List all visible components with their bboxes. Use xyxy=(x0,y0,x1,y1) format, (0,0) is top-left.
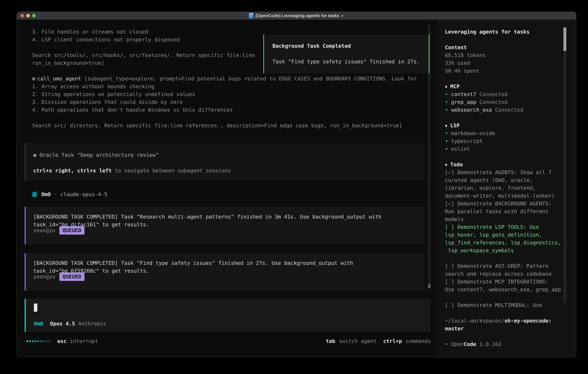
status-bullet-icon: • xyxy=(445,90,451,98)
todo-section-header[interactable]: ▼Todo xyxy=(445,161,567,168)
todo-line: models xyxy=(445,215,567,223)
screenshot-stage: [OpenCode] Leveraging agents for tasks ◐… xyxy=(0,0,588,374)
traffic-lights xyxy=(21,12,36,19)
app-window: [OpenCode] Leveraging agents for tasks ◐… xyxy=(17,11,576,357)
log-block-bottom: 1. Array access without bounds checking2… xyxy=(32,83,431,129)
task-message-line1: [BACKGROUND TASK COMPLETED] Task "Find t… xyxy=(33,259,353,267)
todo-line: Use context7, websearch_exa, grep_app xyxy=(445,286,567,293)
log-line: 4. Path operations that don't handle Win… xyxy=(32,106,431,114)
sidebar-content: Leveraging agents for tasks Context 66,5… xyxy=(445,28,567,348)
document-icon xyxy=(249,13,253,18)
mcp-item: •grep_appConnected xyxy=(445,98,567,106)
log-line: 2. String operations on potentially unde… xyxy=(32,90,431,98)
status-bar: esc interrupt tab switch agent ctrl+p co… xyxy=(17,337,437,345)
oracle-task-title: ◉ Oracle Task "Deep architecture review" xyxy=(33,151,159,159)
task-user: yeongyu xyxy=(33,227,55,234)
session-sidebar: Leveraging agents for tasks Context 66,5… xyxy=(437,20,576,357)
chevron-down-icon: ▼ xyxy=(445,163,447,167)
tool-call-name: call_omo_agent xyxy=(37,76,81,82)
todo-list: [✓] Demonstrate AGENTS: Show all 7curate… xyxy=(445,168,567,309)
agent-avatar-icon xyxy=(32,192,37,197)
chevron-down-icon: ▼ xyxy=(445,84,447,89)
esc-key-label: interrupt xyxy=(70,337,98,345)
todo-line xyxy=(445,293,567,301)
todo-line: [ ] Demonstrate MULTIMODAL: Use xyxy=(445,301,567,309)
status-left: esc interrupt xyxy=(26,337,98,345)
todo-line: lsp_workspace_symbols xyxy=(445,247,567,254)
todo-line: [✓] Demonstrate AGENTS: Show all 7 xyxy=(445,168,567,176)
esc-key-hint: esc xyxy=(57,337,67,345)
todo-line: curated agents (OmO, oracle, xyxy=(445,176,567,184)
window-title-text: [OpenCode] Leveraging agents for tasks xyxy=(255,12,339,19)
close-button[interactable] xyxy=(21,14,24,17)
oracle-task-hint: ctrl+x right, ctrl+x left to navigate be… xyxy=(33,167,231,175)
agent-name: OmO xyxy=(41,190,51,198)
tool-call-line: ⚙call_omo_agent [subagent_type=explore, … xyxy=(32,75,431,83)
ctrlp-key-label: commands xyxy=(406,337,430,345)
lsp-item: •eslint xyxy=(445,145,567,153)
agent-model: claude-opus-4-5 xyxy=(60,190,107,198)
task-meta: yeongyu QUEUED xyxy=(33,226,84,235)
text-cursor xyxy=(34,303,37,312)
version-line: •OpenCode 1.0.163 xyxy=(445,340,567,348)
record-icon: ◉ xyxy=(33,152,36,158)
todo-line: [ ] Demonstrate MCP INTEGRATIONS: xyxy=(445,278,567,286)
tab-key-hint: tab xyxy=(326,337,335,345)
agent-header: OmO · claude-opus-4-5 xyxy=(32,190,107,198)
main-scrollbar-thumb[interactable] xyxy=(428,284,431,288)
active-agent: OmO xyxy=(34,320,43,328)
notification-body: Task "Find type safety issues" finished … xyxy=(273,58,429,65)
content-area: 3. File handles or streams not closed4. … xyxy=(17,20,576,357)
toast-notification[interactable]: Background Task Completed Task "Find typ… xyxy=(263,35,430,73)
keyboard-shortcut: ctrl+x right, ctrl+x left xyxy=(33,168,112,174)
todo-line: [ ] Demonstrate AST-GREP: Pattern xyxy=(445,262,567,270)
todo-line: lsp_find_references, lsp_diagnostics, xyxy=(445,239,567,247)
lsp-item: •typescript xyxy=(445,137,567,145)
background-task-card[interactable]: [BACKGROUND TASK COMPLETED] Task "Resear… xyxy=(25,207,424,244)
todo-line: document-writer, multimodal-looker) xyxy=(445,192,567,200)
status-bullet-icon: • xyxy=(445,106,451,114)
gear-icon: ⚙ xyxy=(32,76,35,82)
status-badge: QUEUED xyxy=(59,272,84,281)
task-user: yeongyu xyxy=(33,273,55,280)
status-bullet-icon: • xyxy=(445,340,451,348)
todo-line xyxy=(445,254,567,262)
prompt-input[interactable]: OmO Opus 4.5 Anthropic xyxy=(25,299,430,332)
log-line xyxy=(32,114,431,122)
todo-line: [✓] Demonstrate BACKGROUND AGENTS: xyxy=(445,200,567,208)
titlebar: [OpenCode] Leveraging agents for tasks ◐ xyxy=(17,12,576,20)
model-provider: Anthropic xyxy=(78,320,106,328)
log-line: Search src/ directory. Return specific f… xyxy=(32,122,431,129)
log-line: 3. Division operations that could divide… xyxy=(32,98,431,106)
todo-line: Run parallel tasks with different xyxy=(445,208,567,215)
tab-key-label: switch agent xyxy=(339,337,377,345)
workspace-branch: master xyxy=(445,325,567,332)
lsp-item: •markdown-oxide xyxy=(445,129,567,137)
context-spent: $0.46 spent xyxy=(445,67,567,75)
status-badge: QUEUED xyxy=(59,226,84,235)
ctrlp-key-hint: ctrl+p xyxy=(383,337,402,345)
workspace-path: ~/local-workspaces/oh-my-opencode: xyxy=(445,317,567,325)
separator-dot: · xyxy=(54,190,57,198)
lsp-section-header[interactable]: ▼LSP xyxy=(445,122,567,129)
oracle-task-box[interactable]: ◉ Oracle Task "Deep architecture review"… xyxy=(25,143,424,181)
status-bullet-icon: • xyxy=(445,145,451,153)
background-task-card[interactable]: [BACKGROUND TASK COMPLETED] Task "Find t… xyxy=(25,253,424,291)
zoom-button[interactable] xyxy=(32,14,36,17)
chevron-down-icon: ▼ xyxy=(445,124,447,128)
mcp-section-header[interactable]: ▼MCP xyxy=(445,83,567,90)
sidebar-scrollbar-thumb[interactable] xyxy=(563,28,566,51)
model-row: OmO Opus 4.5 Anthropic xyxy=(34,320,106,328)
mcp-item: •context7Connected xyxy=(445,90,567,98)
mcp-item: •websearch_exaConnected xyxy=(445,106,567,114)
mcp-list: •context7Connected•grep_appConnected•web… xyxy=(445,90,567,114)
status-bullet-icon: • xyxy=(445,129,451,137)
window-title: [OpenCode] Leveraging agents for tasks ◐ xyxy=(249,12,344,19)
log-line: 1. Array access without bounds checking xyxy=(32,83,431,90)
context-heading: Context xyxy=(445,43,567,51)
minimize-button[interactable] xyxy=(26,14,30,17)
context-used: 33% used xyxy=(445,59,567,67)
sidebar-scrollbar-track[interactable] xyxy=(563,51,566,302)
todo-line: [ ] Demonstrate LSP TOOLS: Use xyxy=(445,223,567,231)
tool-call-args: [subagent_type=explore, prompt=Find pote… xyxy=(81,76,417,82)
